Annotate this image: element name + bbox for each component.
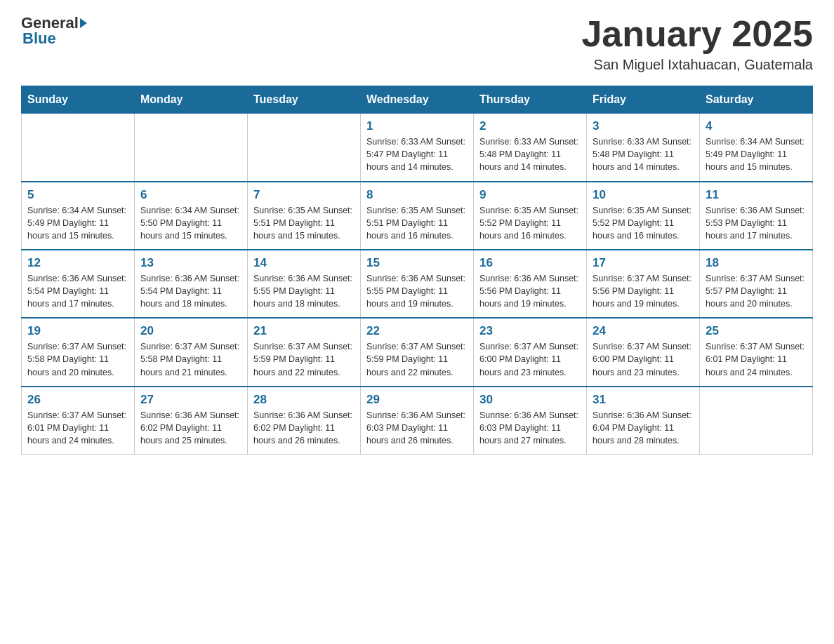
week-row-2: 5Sunrise: 6:34 AM Sunset: 5:49 PM Daylig… [22,182,813,250]
calendar-cell: 24Sunrise: 6:37 AM Sunset: 6:00 PM Dayli… [587,318,700,386]
day-number: 4 [706,119,807,133]
day-info: Sunrise: 6:33 AM Sunset: 5:47 PM Dayligh… [366,135,468,173]
day-info: Sunrise: 6:36 AM Sunset: 5:53 PM Dayligh… [706,204,807,242]
day-info: Sunrise: 6:36 AM Sunset: 5:54 PM Dayligh… [140,272,241,310]
day-info: Sunrise: 6:36 AM Sunset: 6:02 PM Dayligh… [140,409,241,447]
calendar-cell: 27Sunrise: 6:36 AM Sunset: 6:02 PM Dayli… [135,387,248,455]
day-info: Sunrise: 6:37 AM Sunset: 5:56 PM Dayligh… [593,272,694,310]
day-info: Sunrise: 6:34 AM Sunset: 5:50 PM Dayligh… [140,204,241,242]
calendar-cell: 29Sunrise: 6:36 AM Sunset: 6:03 PM Dayli… [361,387,474,455]
day-info: Sunrise: 6:36 AM Sunset: 6:02 PM Dayligh… [253,409,355,447]
day-info: Sunrise: 6:36 AM Sunset: 5:54 PM Dayligh… [27,272,128,310]
day-info: Sunrise: 6:35 AM Sunset: 5:52 PM Dayligh… [593,204,694,242]
day-number: 16 [479,256,581,270]
day-number: 17 [593,256,694,270]
calendar-cell: 23Sunrise: 6:37 AM Sunset: 6:00 PM Dayli… [474,318,587,386]
day-info: Sunrise: 6:36 AM Sunset: 5:55 PM Dayligh… [366,272,468,310]
column-header-thursday: Thursday [474,86,587,114]
day-number: 25 [706,324,807,338]
column-header-wednesday: Wednesday [361,86,474,114]
day-number: 18 [706,256,807,270]
day-info: Sunrise: 6:36 AM Sunset: 6:04 PM Dayligh… [593,409,694,447]
calendar-cell [22,114,135,182]
day-info: Sunrise: 6:33 AM Sunset: 5:48 PM Dayligh… [479,135,581,173]
calendar-cell: 26Sunrise: 6:37 AM Sunset: 6:01 PM Dayli… [22,387,135,455]
day-number: 2 [479,119,581,133]
calendar-cell: 2Sunrise: 6:33 AM Sunset: 5:48 PM Daylig… [474,114,587,182]
day-number: 23 [479,324,581,338]
day-info: Sunrise: 6:37 AM Sunset: 6:01 PM Dayligh… [706,340,807,378]
day-number: 22 [366,324,468,338]
day-info: Sunrise: 6:36 AM Sunset: 5:55 PM Dayligh… [253,272,355,310]
day-info: Sunrise: 6:36 AM Sunset: 6:03 PM Dayligh… [479,409,581,447]
day-info: Sunrise: 6:35 AM Sunset: 5:51 PM Dayligh… [366,204,468,242]
calendar-cell: 28Sunrise: 6:36 AM Sunset: 6:02 PM Dayli… [248,387,361,455]
week-row-5: 26Sunrise: 6:37 AM Sunset: 6:01 PM Dayli… [22,387,813,455]
day-number: 6 [140,188,241,202]
column-header-monday: Monday [135,86,248,114]
day-info: Sunrise: 6:36 AM Sunset: 5:56 PM Dayligh… [479,272,581,310]
day-number: 13 [140,256,241,270]
day-number: 1 [366,119,468,133]
calendar-cell [700,387,813,455]
day-number: 3 [593,119,694,133]
calendar-header-row: SundayMondayTuesdayWednesdayThursdayFrid… [22,86,813,114]
day-info: Sunrise: 6:37 AM Sunset: 5:59 PM Dayligh… [253,340,355,378]
column-header-saturday: Saturday [700,86,813,114]
day-info: Sunrise: 6:34 AM Sunset: 5:49 PM Dayligh… [27,204,128,242]
column-header-tuesday: Tuesday [248,86,361,114]
calendar-cell: 16Sunrise: 6:36 AM Sunset: 5:56 PM Dayli… [474,250,587,318]
day-number: 7 [253,188,355,202]
week-row-4: 19Sunrise: 6:37 AM Sunset: 5:58 PM Dayli… [22,318,813,386]
day-number: 20 [140,324,241,338]
day-info: Sunrise: 6:33 AM Sunset: 5:48 PM Dayligh… [593,135,694,173]
calendar-cell: 15Sunrise: 6:36 AM Sunset: 5:55 PM Dayli… [361,250,474,318]
calendar-cell: 10Sunrise: 6:35 AM Sunset: 5:52 PM Dayli… [587,182,700,250]
calendar-cell: 12Sunrise: 6:36 AM Sunset: 5:54 PM Dayli… [22,250,135,318]
day-number: 29 [366,393,468,407]
day-info: Sunrise: 6:37 AM Sunset: 5:58 PM Dayligh… [27,340,128,378]
day-info: Sunrise: 6:37 AM Sunset: 5:58 PM Dayligh… [140,340,241,378]
calendar-cell: 18Sunrise: 6:37 AM Sunset: 5:57 PM Dayli… [700,250,813,318]
day-number: 28 [253,393,355,407]
calendar-cell: 8Sunrise: 6:35 AM Sunset: 5:51 PM Daylig… [361,182,474,250]
calendar-cell: 7Sunrise: 6:35 AM Sunset: 5:51 PM Daylig… [248,182,361,250]
calendar-table: SundayMondayTuesdayWednesdayThursdayFrid… [21,86,813,455]
calendar-cell: 17Sunrise: 6:37 AM Sunset: 5:56 PM Dayli… [587,250,700,318]
calendar-cell: 3Sunrise: 6:33 AM Sunset: 5:48 PM Daylig… [587,114,700,182]
day-number: 19 [27,324,128,338]
day-number: 21 [253,324,355,338]
day-number: 30 [479,393,581,407]
day-info: Sunrise: 6:35 AM Sunset: 5:51 PM Dayligh… [253,204,355,242]
week-row-3: 12Sunrise: 6:36 AM Sunset: 5:54 PM Dayli… [22,250,813,318]
week-row-1: 1Sunrise: 6:33 AM Sunset: 5:47 PM Daylig… [22,114,813,182]
day-number: 27 [140,393,241,407]
day-number: 11 [706,188,807,202]
logo-arrow-icon [80,18,87,28]
day-number: 15 [366,256,468,270]
calendar-cell [248,114,361,182]
calendar-cell: 22Sunrise: 6:37 AM Sunset: 5:59 PM Dayli… [361,318,474,386]
calendar-cell: 5Sunrise: 6:34 AM Sunset: 5:49 PM Daylig… [22,182,135,250]
column-header-friday: Friday [587,86,700,114]
day-number: 24 [593,324,694,338]
calendar-cell: 9Sunrise: 6:35 AM Sunset: 5:52 PM Daylig… [474,182,587,250]
calendar-cell: 4Sunrise: 6:34 AM Sunset: 5:49 PM Daylig… [700,114,813,182]
calendar-cell: 6Sunrise: 6:34 AM Sunset: 5:50 PM Daylig… [135,182,248,250]
month-title: January 2025 [581,14,813,54]
logo-blue-text: Blue [22,29,56,48]
column-header-sunday: Sunday [22,86,135,114]
day-info: Sunrise: 6:34 AM Sunset: 5:49 PM Dayligh… [706,135,807,173]
day-number: 10 [593,188,694,202]
logo: General Blue [21,14,88,48]
day-number: 12 [27,256,128,270]
day-info: Sunrise: 6:37 AM Sunset: 6:00 PM Dayligh… [479,340,581,378]
calendar-cell: 19Sunrise: 6:37 AM Sunset: 5:58 PM Dayli… [22,318,135,386]
day-number: 5 [27,188,128,202]
page-header: General Blue January 2025 San Miguel Ixt… [21,14,813,73]
calendar-cell: 13Sunrise: 6:36 AM Sunset: 5:54 PM Dayli… [135,250,248,318]
calendar-cell: 20Sunrise: 6:37 AM Sunset: 5:58 PM Dayli… [135,318,248,386]
day-info: Sunrise: 6:37 AM Sunset: 5:57 PM Dayligh… [706,272,807,310]
calendar-cell: 25Sunrise: 6:37 AM Sunset: 6:01 PM Dayli… [700,318,813,386]
calendar-cell: 30Sunrise: 6:36 AM Sunset: 6:03 PM Dayli… [474,387,587,455]
